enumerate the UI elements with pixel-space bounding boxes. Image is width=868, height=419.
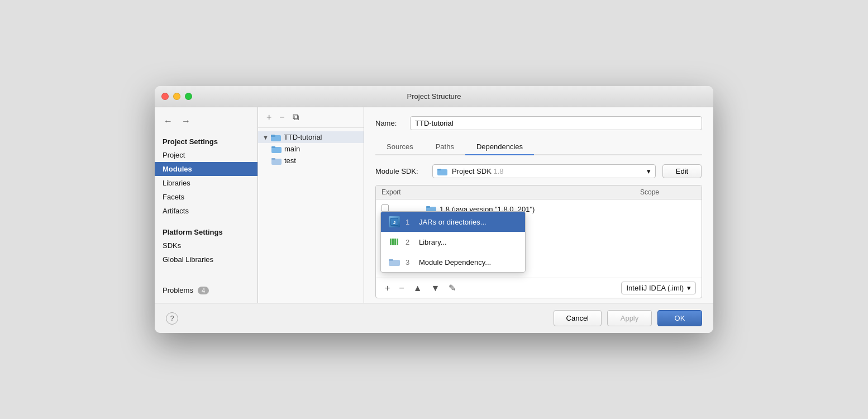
titlebar: Project Structure [155,86,713,107]
sidebar-item-libraries[interactable]: Libraries [155,176,257,190]
sdk-folder-icon [437,168,447,175]
deps-edit-button[interactable]: ✎ [445,283,459,294]
dropdown-label-jars: JARs or directories... [419,218,487,226]
tree-content: ▼ TTD-tutorial [258,128,364,303]
help-button[interactable]: ? [166,312,178,325]
project-settings-heading: Project Settings [155,133,257,148]
name-label: Name: [375,119,403,127]
sidebar-item-sdks[interactable]: SDKs [155,239,257,253]
svg-text:J: J [393,220,395,225]
col-scope-header: Scope [640,188,696,196]
sdk-row: Module SDK: Project SDK 1.8 ▾ Edit [375,164,702,178]
dropdown-item-module-dep[interactable]: 3 Module Dependency... [381,252,525,272]
svg-rect-2 [271,135,275,136]
dropdown-label-module-dep: Module Dependency... [419,258,491,266]
name-row: Name: [375,116,702,130]
sidebar-item-facets[interactable]: Facets [155,190,257,204]
tree-row-test[interactable]: test [258,155,364,166]
cancel-button[interactable]: Cancel [554,310,602,326]
tabs: Sources Paths Dependencies [375,139,702,155]
svg-rect-10 [426,206,430,208]
dropdown-num-2: 2 [406,238,413,246]
svg-rect-19 [397,239,398,245]
tree-copy-button[interactable]: ⧉ [290,112,302,123]
forward-button[interactable]: → [179,115,193,127]
traffic-lights [161,93,192,100]
window-title: Project Structure [407,92,461,101]
col-name-header [426,188,640,196]
tree-remove-button[interactable]: − [276,112,287,123]
footer: ? Cancel Apply OK [155,303,713,333]
deps-add-button[interactable]: + [381,283,393,294]
sidebar-item-artifacts[interactable]: Artifacts [155,204,257,218]
platform-settings-heading: Platform Settings [155,223,257,239]
format-select[interactable]: IntelliJ IDEA (.iml) ▾ [621,282,696,294]
svg-rect-6 [271,158,275,160]
tree-root-label: TTD-tutorial [284,133,322,141]
jars-icon: J [389,216,400,227]
problems-row[interactable]: Problems 4 [155,283,257,297]
deps-remove-button[interactable]: − [395,283,407,294]
edit-button[interactable]: Edit [662,164,702,178]
format-label: IntelliJ IDEA (.iml) [626,284,684,292]
apply-button[interactable]: Apply [607,310,652,326]
col-export-header: Export [381,188,426,196]
svg-rect-4 [271,146,275,148]
tree-toolbar: + − ⧉ [258,107,364,128]
tab-dependencies[interactable]: Dependencies [465,139,534,155]
nav-controls: ← → [155,112,257,133]
tab-paths[interactable]: Paths [425,139,465,155]
svg-rect-18 [394,239,396,245]
main-content: ← → Project Settings Project Modules Lib… [155,107,713,303]
svg-rect-21 [389,259,393,261]
tab-sources[interactable]: Sources [375,139,425,155]
tree-row-root[interactable]: ▼ TTD-tutorial [258,131,364,143]
module-folder-icon [271,134,281,141]
tree-test-label: test [284,156,296,165]
sdk-label: Module SDK: [375,167,426,175]
dropdown-num-3: 3 [406,258,413,266]
folder-test-icon [271,157,282,165]
deps-toolbar: J 1 JARs or directories... [376,278,702,298]
sdk-select[interactable]: Project SDK 1.8 ▾ [432,164,656,178]
problems-badge: 4 [198,287,209,294]
sidebar-item-modules[interactable]: Modules [155,162,257,176]
dropdown-num-1: 1 [406,218,413,226]
close-button[interactable] [161,93,169,100]
folder-main-icon [271,145,282,153]
name-input[interactable] [410,116,702,130]
sdk-value: Project SDK 1.8 [452,167,504,175]
deps-header: Export Scope [376,185,702,199]
library-icon [389,236,400,247]
dropdown-item-library[interactable]: 2 Library... [381,232,525,252]
deps-move-down-button[interactable]: ▼ [428,283,443,294]
minimize-button[interactable] [173,93,180,100]
module-tree-panel: + − ⧉ ▼ TTD-tutorial [258,107,364,303]
tree-main-label: main [284,145,300,153]
tree-add-button[interactable]: + [264,112,274,123]
svg-rect-8 [437,169,441,170]
svg-rect-17 [392,239,394,245]
main-panel: Name: Sources Paths Dependencies Module … [364,107,713,303]
dropdown-item-jars[interactable]: J 1 JARs or directories... [381,212,525,232]
add-dependency-dropdown: J 1 JARs or directories... [380,211,526,273]
sidebar: ← → Project Settings Project Modules Lib… [155,107,258,303]
tree-row-main[interactable]: main [258,143,364,155]
dropdown-label-library: Library... [419,238,447,246]
sidebar-item-project[interactable]: Project [155,148,257,162]
format-chevron-icon: ▾ [687,284,691,292]
deps-move-up-button[interactable]: ▲ [410,283,426,294]
module-dep-icon [389,256,400,268]
sidebar-item-global-libraries[interactable]: Global Libraries [155,253,257,266]
problems-label: Problems [163,286,193,294]
svg-rect-16 [390,239,392,245]
project-structure-window: Project Structure ← → Project Settings P… [155,86,713,333]
maximize-button[interactable] [185,93,192,100]
chevron-down-icon: ▾ [647,167,651,175]
ok-button[interactable]: OK [657,310,702,326]
dependencies-table: Export Scope [375,185,702,298]
tree-arrow-root: ▼ [263,134,269,141]
back-button[interactable]: ← [161,115,175,127]
